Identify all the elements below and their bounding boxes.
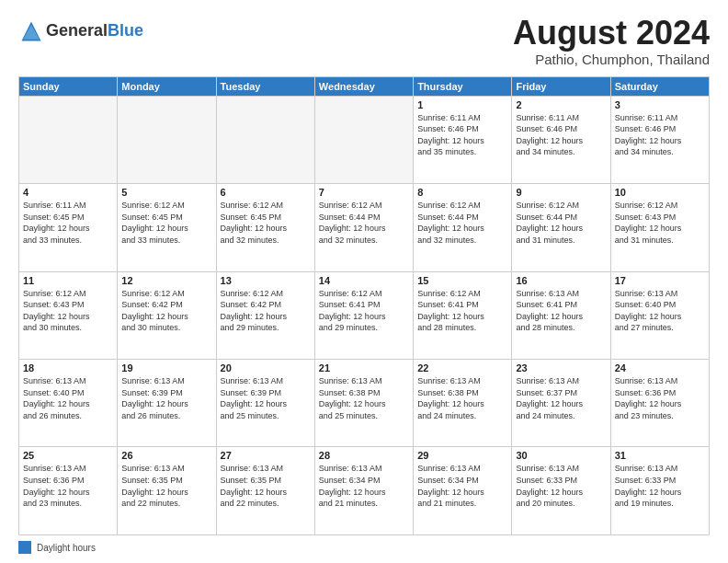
- calendar-cell: 16Sunrise: 6:13 AM Sunset: 6:41 PM Dayli…: [512, 271, 610, 359]
- logo-general: General: [46, 21, 108, 40]
- day-info: Sunrise: 6:13 AM Sunset: 6:35 PM Dayligh…: [221, 463, 311, 509]
- day-info: Sunrise: 6:12 AM Sunset: 6:44 PM Dayligh…: [319, 200, 409, 246]
- location-subtitle: Pathio, Chumphon, Thailand: [513, 52, 710, 67]
- day-number: 7: [319, 187, 409, 198]
- calendar-cell: 25Sunrise: 6:13 AM Sunset: 6:36 PM Dayli…: [19, 447, 118, 535]
- calendar-cell: 10Sunrise: 6:12 AM Sunset: 6:43 PM Dayli…: [610, 184, 709, 271]
- page: GeneralBlue August 2024 Pathio, Chumphon…: [0, 0, 728, 563]
- legend-box: [18, 541, 31, 554]
- day-number: 29: [417, 450, 507, 461]
- title-block: August 2024 Pathio, Chumphon, Thailand: [513, 15, 710, 67]
- calendar-cell: 20Sunrise: 6:13 AM Sunset: 6:39 PM Dayli…: [216, 360, 314, 447]
- day-number: 8: [417, 187, 507, 198]
- calendar-header-monday: Monday: [118, 76, 216, 96]
- calendar-cell: 22Sunrise: 6:13 AM Sunset: 6:38 PM Dayli…: [414, 360, 512, 447]
- calendar-cell: [118, 96, 216, 183]
- calendar-week-1: 4Sunrise: 6:11 AM Sunset: 6:45 PM Daylig…: [19, 184, 710, 271]
- calendar-cell: 2Sunrise: 6:11 AM Sunset: 6:46 PM Daylig…: [512, 96, 610, 183]
- logo-blue: Blue: [108, 21, 143, 40]
- day-number: 2: [516, 99, 606, 110]
- calendar-cell: 19Sunrise: 6:13 AM Sunset: 6:39 PM Dayli…: [118, 360, 216, 447]
- calendar-cell: 12Sunrise: 6:12 AM Sunset: 6:42 PM Dayli…: [118, 271, 216, 359]
- calendar-header-saturday: Saturday: [610, 76, 709, 96]
- calendar-week-2: 11Sunrise: 6:12 AM Sunset: 6:43 PM Dayli…: [19, 271, 710, 359]
- calendar-cell: [19, 96, 118, 183]
- day-number: 18: [23, 362, 113, 373]
- day-number: 27: [221, 450, 311, 461]
- day-number: 13: [221, 275, 311, 286]
- day-number: 23: [516, 362, 606, 373]
- calendar-cell: 8Sunrise: 6:12 AM Sunset: 6:44 PM Daylig…: [414, 184, 512, 271]
- footer: Daylight hours: [18, 541, 710, 554]
- day-info: Sunrise: 6:12 AM Sunset: 6:42 PM Dayligh…: [121, 288, 211, 334]
- day-info: Sunrise: 6:13 AM Sunset: 6:36 PM Dayligh…: [615, 375, 705, 421]
- day-info: Sunrise: 6:13 AM Sunset: 6:39 PM Dayligh…: [221, 375, 311, 421]
- svg-marker-1: [23, 25, 40, 40]
- calendar-cell: 1Sunrise: 6:11 AM Sunset: 6:46 PM Daylig…: [414, 96, 512, 183]
- day-number: 20: [221, 362, 311, 373]
- logo-text: GeneralBlue: [46, 22, 143, 40]
- day-number: 31: [615, 450, 705, 461]
- day-number: 16: [516, 275, 606, 286]
- calendar-cell: 4Sunrise: 6:11 AM Sunset: 6:45 PM Daylig…: [19, 184, 118, 271]
- day-number: 11: [23, 275, 113, 286]
- day-number: 24: [615, 362, 705, 373]
- calendar-header-thursday: Thursday: [414, 76, 512, 96]
- calendar-cell: 28Sunrise: 6:13 AM Sunset: 6:34 PM Dayli…: [314, 447, 413, 535]
- day-number: 26: [121, 450, 211, 461]
- day-info: Sunrise: 6:13 AM Sunset: 6:35 PM Dayligh…: [121, 463, 211, 509]
- calendar-cell: 30Sunrise: 6:13 AM Sunset: 6:33 PM Dayli…: [512, 447, 610, 535]
- calendar-cell: 31Sunrise: 6:13 AM Sunset: 6:33 PM Dayli…: [610, 447, 709, 535]
- day-number: 15: [417, 275, 507, 286]
- calendar-cell: 17Sunrise: 6:13 AM Sunset: 6:40 PM Dayli…: [610, 271, 709, 359]
- day-number: 30: [516, 450, 606, 461]
- day-number: 19: [121, 362, 211, 373]
- calendar-cell: 6Sunrise: 6:12 AM Sunset: 6:45 PM Daylig…: [216, 184, 314, 271]
- logo: GeneralBlue: [18, 18, 143, 44]
- day-info: Sunrise: 6:13 AM Sunset: 6:41 PM Dayligh…: [516, 288, 606, 334]
- day-number: 14: [319, 275, 409, 286]
- day-info: Sunrise: 6:12 AM Sunset: 6:41 PM Dayligh…: [319, 288, 409, 334]
- day-info: Sunrise: 6:13 AM Sunset: 6:34 PM Dayligh…: [417, 463, 507, 509]
- day-number: 21: [319, 362, 409, 373]
- calendar-week-4: 25Sunrise: 6:13 AM Sunset: 6:36 PM Dayli…: [19, 447, 710, 535]
- logo-icon: [18, 18, 44, 44]
- calendar-cell: 9Sunrise: 6:12 AM Sunset: 6:44 PM Daylig…: [512, 184, 610, 271]
- calendar-cell: 15Sunrise: 6:12 AM Sunset: 6:41 PM Dayli…: [414, 271, 512, 359]
- calendar-cell: 27Sunrise: 6:13 AM Sunset: 6:35 PM Dayli…: [216, 447, 314, 535]
- day-info: Sunrise: 6:13 AM Sunset: 6:38 PM Dayligh…: [417, 375, 507, 421]
- calendar-table: SundayMondayTuesdayWednesdayThursdayFrid…: [18, 76, 710, 535]
- calendar-cell: 13Sunrise: 6:12 AM Sunset: 6:42 PM Dayli…: [216, 271, 314, 359]
- day-info: Sunrise: 6:13 AM Sunset: 6:37 PM Dayligh…: [516, 375, 606, 421]
- day-number: 22: [417, 362, 507, 373]
- calendar-week-3: 18Sunrise: 6:13 AM Sunset: 6:40 PM Dayli…: [19, 360, 710, 447]
- calendar-header-sunday: Sunday: [19, 76, 118, 96]
- calendar-header-row: SundayMondayTuesdayWednesdayThursdayFrid…: [19, 76, 710, 96]
- calendar-week-0: 1Sunrise: 6:11 AM Sunset: 6:46 PM Daylig…: [19, 96, 710, 183]
- day-info: Sunrise: 6:12 AM Sunset: 6:43 PM Dayligh…: [615, 200, 705, 246]
- calendar-header-tuesday: Tuesday: [216, 76, 314, 96]
- calendar-header-wednesday: Wednesday: [314, 76, 413, 96]
- day-number: 17: [615, 275, 705, 286]
- day-info: Sunrise: 6:13 AM Sunset: 6:40 PM Dayligh…: [23, 375, 113, 421]
- day-number: 10: [615, 187, 705, 198]
- calendar-cell: 7Sunrise: 6:12 AM Sunset: 6:44 PM Daylig…: [314, 184, 413, 271]
- calendar-cell: [314, 96, 413, 183]
- day-number: 4: [23, 187, 113, 198]
- calendar-cell: 23Sunrise: 6:13 AM Sunset: 6:37 PM Dayli…: [512, 360, 610, 447]
- day-number: 6: [221, 187, 311, 198]
- day-number: 5: [121, 187, 211, 198]
- day-info: Sunrise: 6:13 AM Sunset: 6:40 PM Dayligh…: [615, 288, 705, 334]
- day-number: 25: [23, 450, 113, 461]
- day-info: Sunrise: 6:11 AM Sunset: 6:46 PM Dayligh…: [516, 112, 606, 158]
- day-number: 3: [615, 99, 705, 110]
- calendar-cell: 11Sunrise: 6:12 AM Sunset: 6:43 PM Dayli…: [19, 271, 118, 359]
- day-info: Sunrise: 6:12 AM Sunset: 6:43 PM Dayligh…: [23, 288, 113, 334]
- day-info: Sunrise: 6:11 AM Sunset: 6:46 PM Dayligh…: [417, 112, 507, 158]
- day-number: 28: [319, 450, 409, 461]
- calendar-cell: 14Sunrise: 6:12 AM Sunset: 6:41 PM Dayli…: [314, 271, 413, 359]
- calendar-cell: 21Sunrise: 6:13 AM Sunset: 6:38 PM Dayli…: [314, 360, 413, 447]
- day-info: Sunrise: 6:12 AM Sunset: 6:44 PM Dayligh…: [516, 200, 606, 246]
- day-number: 9: [516, 187, 606, 198]
- calendar-cell: 29Sunrise: 6:13 AM Sunset: 6:34 PM Dayli…: [414, 447, 512, 535]
